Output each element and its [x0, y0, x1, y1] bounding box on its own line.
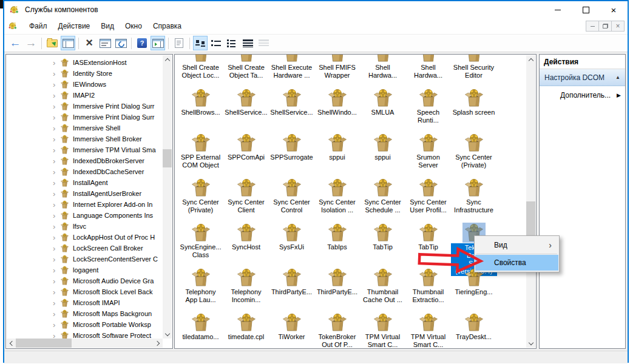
expand-chevron-icon[interactable]: › — [53, 179, 60, 187]
tree-item[interactable]: › IndexedDbBrokerServer — [7, 155, 163, 166]
view-list-button[interactable] — [225, 36, 239, 50]
scroll-up-button[interactable] — [526, 55, 535, 64]
collapse-up-triangle-icon[interactable]: ▲ — [615, 75, 620, 80]
scroll-right-button[interactable] — [154, 339, 163, 348]
tree-item[interactable]: › Immersive Shell Broker — [7, 133, 163, 144]
tree-item[interactable]: › IndexedDbCacheServer — [7, 166, 163, 177]
dcom-app-item[interactable]: SMLUA — [360, 88, 405, 133]
dcom-app-item[interactable]: ThirdPartyE... — [269, 268, 314, 312]
tree-item[interactable]: › IMAPI2 — [7, 90, 163, 101]
dcom-app-item[interactable]: Sync Center(Private) — [451, 133, 496, 178]
dcom-app-item[interactable]: ShellWindo... — [314, 88, 360, 133]
menu-item-file[interactable]: Файл — [24, 20, 53, 32]
dcom-app-item[interactable]: SPPSurrogate — [269, 133, 314, 178]
scroll-thumb[interactable] — [163, 149, 172, 167]
scroll-up-button[interactable] — [163, 55, 172, 64]
expand-chevron-icon[interactable]: › — [53, 244, 60, 252]
tree-item[interactable]: › IASExtensionHost — [7, 57, 163, 68]
expand-chevron-icon[interactable]: › — [53, 124, 60, 132]
up-one-level-button[interactable] — [45, 36, 59, 50]
titlebar[interactable]: Службы компонентов × — [4, 1, 628, 18]
tree-item[interactable]: › Immersive Print Dialog Surr — [7, 112, 163, 123]
view-large-icons-button[interactable] — [193, 36, 208, 50]
refresh-button[interactable] — [113, 36, 128, 50]
tree-item[interactable]: › Immersive TPM Virtual Sma — [7, 144, 163, 155]
delete-button[interactable] — [82, 36, 97, 50]
tree-item[interactable]: › Immersive Shell — [7, 123, 163, 133]
expand-chevron-icon[interactable]: › — [53, 332, 60, 339]
tree-item[interactable]: › InstallAgentUserBroker — [7, 188, 163, 199]
dcom-app-item[interactable]: Sync CenterClient — [223, 178, 269, 223]
dcom-app-item[interactable]: SyncHost — [223, 223, 269, 268]
dcom-app-item[interactable]: Sync CenterIsolation ... — [314, 178, 360, 223]
expand-chevron-icon[interactable]: › — [53, 135, 60, 143]
export-list-button[interactable] — [172, 36, 186, 50]
maximize-button[interactable] — [572, 1, 600, 18]
tree-item[interactable]: › Language Components Ins — [7, 210, 163, 221]
expand-chevron-icon[interactable]: › — [53, 70, 60, 78]
dcom-app-item[interactable]: Sync CenterSchedule ... — [360, 178, 405, 223]
dcom-app-item[interactable]: Shell CreateObject Ta... — [223, 54, 269, 88]
expand-chevron-icon[interactable]: › — [53, 310, 60, 318]
tree-item[interactable]: › Microsoft Audio Device Gra — [7, 275, 163, 286]
dcom-app-item[interactable]: sppui — [314, 133, 360, 178]
dcom-app-item[interactable]: Splash screen — [451, 88, 496, 133]
dcom-app-item[interactable]: TokenBrokerOut Of P... — [314, 312, 360, 349]
tree-item[interactable]: › Immersive Print Dialog Surr — [7, 101, 163, 112]
context-menu-item-properties[interactable]: Свойства — [475, 255, 558, 271]
child-minimize-button[interactable] — [586, 21, 599, 32]
main-vertical-scrollbar[interactable] — [526, 55, 535, 348]
expand-chevron-icon[interactable]: › — [53, 81, 60, 89]
context-menu-item-view[interactable]: Вид› — [475, 237, 558, 253]
dcom-app-item[interactable]: TPM VirtualSmart C... — [405, 312, 451, 349]
dcom-app-item[interactable]: TPM VirtualSmart C... — [360, 312, 405, 349]
expand-chevron-icon[interactable]: › — [53, 212, 60, 220]
expand-chevron-icon[interactable]: › — [53, 234, 60, 241]
show-console-tree-button[interactable] — [61, 36, 75, 50]
actions-more-item[interactable]: Дополнитель... ▶ — [540, 86, 625, 104]
dcom-app-item[interactable]: TelephonyIncomin... — [223, 268, 269, 312]
dcom-app-item[interactable]: tiledatamo... — [178, 312, 223, 349]
expand-chevron-icon[interactable]: › — [53, 146, 60, 154]
show-action-pane-button[interactable] — [151, 36, 165, 50]
tree-item[interactable]: › IEWindows — [7, 79, 163, 90]
close-button[interactable]: × — [600, 1, 628, 18]
expand-chevron-icon[interactable]: › — [53, 113, 60, 121]
tree-horizontal-scrollbar[interactable] — [7, 339, 163, 348]
scroll-thumb[interactable] — [16, 339, 72, 348]
dcom-app-item[interactable]: Shell FMIFSWrapper — [314, 54, 360, 88]
child-close-button[interactable]: × — [611, 21, 625, 32]
dcom-app-item[interactable]: Shell ExecuteHardware ... — [269, 54, 314, 88]
minimize-button[interactable] — [544, 1, 572, 18]
child-restore-button[interactable] — [598, 21, 612, 32]
expand-chevron-icon[interactable]: › — [53, 288, 60, 296]
tree-item[interactable]: › LockScreenContentServer C — [7, 254, 163, 265]
tree-item[interactable]: › Microsoft Block Level Back — [7, 286, 163, 297]
tree-item[interactable]: › Internet Explorer Add-on In — [7, 199, 163, 210]
expand-chevron-icon[interactable]: › — [53, 157, 60, 165]
help-button[interactable] — [135, 36, 149, 50]
dcom-app-item[interactable]: ThumbnailCache Out ... — [360, 268, 405, 312]
tree-item[interactable]: › Identity Store — [7, 68, 163, 79]
dcom-app-item[interactable]: Shell SecurityEditor — [451, 54, 496, 88]
dcom-app-item[interactable]: SpeechRunti... — [405, 88, 451, 133]
expand-chevron-icon[interactable]: › — [53, 299, 60, 307]
expand-chevron-icon[interactable]: › — [53, 321, 60, 329]
dcom-app-item[interactable]: Sync CenterControl — [269, 178, 314, 223]
menu-item-action[interactable]: Действие — [53, 20, 96, 32]
tree-item[interactable]: › Microsoft Portable Worksp — [7, 319, 163, 330]
tree-item[interactable]: › Microsoft Maps Backgroun — [7, 308, 163, 319]
expand-chevron-icon[interactable]: › — [53, 201, 60, 209]
dcom-app-item[interactable]: SPP ExternalCOM Object — [178, 133, 223, 178]
dcom-app-item[interactable]: TiWorker — [269, 312, 314, 349]
expand-chevron-icon[interactable]: › — [53, 255, 60, 263]
tree-item[interactable]: › InstallAgent — [7, 177, 163, 188]
expand-chevron-icon[interactable]: › — [53, 266, 60, 274]
view-customize-button[interactable] — [256, 36, 271, 50]
dcom-app-item[interactable]: SPPComApi — [223, 133, 269, 178]
expand-chevron-icon[interactable]: › — [53, 168, 60, 176]
dcom-app-item[interactable]: Sync Center(Private) — [178, 178, 223, 223]
expand-chevron-icon[interactable]: › — [53, 59, 60, 67]
forward-button[interactable] — [24, 36, 38, 50]
dcom-app-item[interactable]: ShellBrows... — [178, 88, 223, 133]
